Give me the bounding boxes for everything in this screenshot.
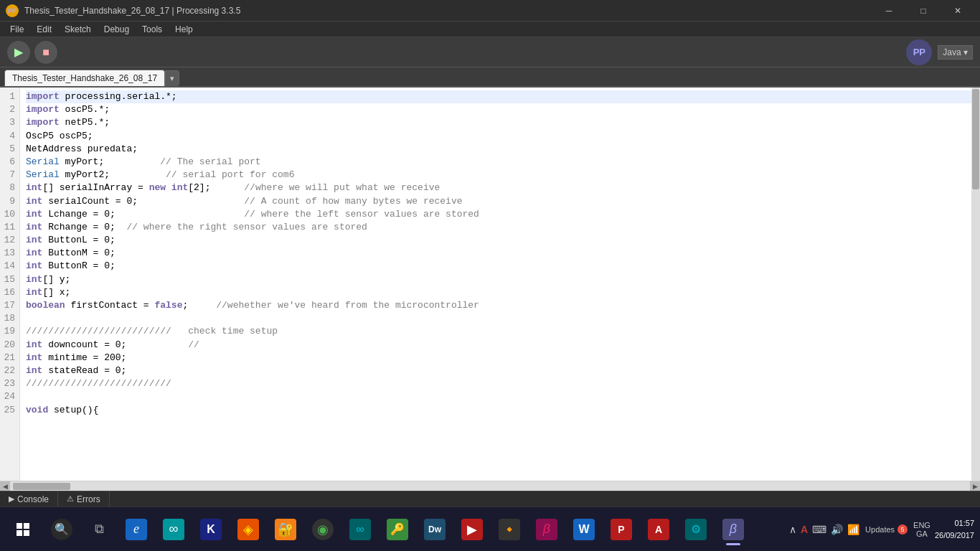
minimize-button[interactable]: ─ [872, 0, 905, 22]
tab-bar: Thesis_Tester_Handshake_26_08_17 ▾ [0, 67, 980, 88]
taskbar-app6[interactable]: 🔐 [268, 512, 303, 547]
line-number: 18 [3, 312, 15, 325]
line-number: 13 [3, 247, 15, 260]
window-title: Thesis_Tester_Handshake_26_08_17 | Proce… [24, 6, 240, 16]
taskbar-app5[interactable]: ◈ [231, 512, 265, 547]
media-icon: ▶ [461, 519, 483, 540]
app5-icon: ◈ [237, 519, 259, 540]
kleopatra-icon: K [200, 519, 222, 540]
clock-area[interactable]: 01:57 26/09/2017 [935, 517, 974, 541]
menu-bar: File Edit Sketch Debug Tools Help [0, 22, 980, 37]
keyboard-tray-icon[interactable]: ⌨ [812, 524, 826, 535]
taskbar-acrobat[interactable]: A [641, 512, 676, 547]
line-number: 4 [3, 130, 15, 143]
taskbar-kleopatra[interactable]: K [194, 512, 228, 547]
taskbar-word[interactable]: W [567, 512, 601, 547]
code-content[interactable]: import processing.serial.*;import oscP5.… [20, 88, 980, 481]
active-tab[interactable]: Thesis_Tester_Handshake_26_08_17 [4, 70, 165, 86]
tab-label: Thesis_Tester_Handshake_26_08_17 [12, 73, 157, 83]
titlebar-left: PP Thesis_Tester_Handshake_26_08_17 | Pr… [6, 4, 240, 17]
dreamweaver-icon: Dw [424, 519, 446, 540]
notification-area[interactable]: Updates 5 [865, 524, 908, 534]
app6-icon: 🔐 [275, 519, 296, 540]
taskbar-vlc[interactable]: 🔸 [492, 512, 527, 547]
maximize-button[interactable]: □ [907, 0, 940, 22]
taskbar-powerpoint[interactable]: P [604, 512, 639, 547]
code-area[interactable]: 1234567891011121314151617181920212223242… [0, 88, 980, 481]
chrome-icon: ◉ [312, 519, 334, 540]
code-line: boolean firstContact = false; //wehether… [26, 299, 974, 312]
taskbar-keepass[interactable]: 🔑 [380, 512, 415, 547]
menu-file[interactable]: File [4, 23, 29, 36]
processing-logo: PP [906, 39, 932, 65]
taskbar-arduino2[interactable]: ∞ [343, 512, 377, 547]
start-button[interactable] [6, 512, 40, 547]
vlc-icon: 🔸 [499, 519, 520, 540]
vertical-scrollbar[interactable] [971, 88, 980, 481]
system-tray: ∧ A ⌨ 🔊 📶 Updates 5 ENGGA 01:57 26/09/20… [789, 517, 974, 541]
code-line: int serialCount = 0; // A count of how m… [26, 195, 974, 208]
line-number: 11 [3, 221, 15, 234]
run-button[interactable]: ▶ [7, 41, 30, 64]
stop-button[interactable]: ■ [34, 41, 57, 64]
network-tray-icon[interactable]: 📶 [847, 524, 859, 535]
taskbar-edge[interactable]: e [119, 512, 154, 547]
code-line: NetAddress puredata; [26, 143, 974, 156]
line-number: 21 [3, 352, 15, 364]
taskbar-arduino[interactable]: ∞ [156, 512, 191, 547]
code-line: int downcount = 0; // [26, 339, 974, 352]
word-icon: W [573, 519, 595, 540]
errors-label: Errors [77, 494, 100, 504]
show-hidden-icon[interactable]: ∧ [789, 524, 796, 535]
tab-dropdown-button[interactable]: ▾ [165, 70, 179, 86]
powerpoint-icon: P [611, 519, 632, 540]
console-label: Console [17, 494, 49, 504]
line-number: 3 [3, 116, 15, 129]
errors-tab[interactable]: ⚠ Errors [58, 491, 110, 507]
app-icon-text: PP [8, 7, 17, 14]
line-number: 20 [3, 339, 15, 352]
taskbar-chrome[interactable]: ◉ [306, 512, 340, 547]
scroll-left-button[interactable]: ◀ [0, 481, 10, 491]
horizontal-scrollbar-thumb[interactable] [13, 483, 70, 490]
task-view-button[interactable]: ⧉ [82, 512, 116, 547]
taskbar-dreamweaver[interactable]: Dw [418, 512, 452, 547]
line-number: 19 [3, 325, 15, 338]
scroll-right-button[interactable]: ▶ [970, 481, 980, 491]
scrollbar-thumb[interactable] [972, 89, 979, 189]
java-label: Java ▾ [943, 47, 968, 57]
taskbar-media[interactable]: ▶ [455, 512, 489, 547]
line-number: 5 [3, 143, 15, 156]
menu-tools[interactable]: Tools [136, 23, 168, 36]
menu-help[interactable]: Help [169, 23, 199, 36]
menu-debug[interactable]: Debug [98, 23, 135, 36]
taskbar-app12[interactable]: β [529, 512, 564, 547]
line-number: 9 [3, 195, 15, 208]
app-icon: PP [6, 4, 19, 17]
sound-tray-icon[interactable]: 🔊 [831, 524, 843, 535]
line-number: 16 [3, 286, 15, 299]
java-mode-selector[interactable]: Java ▾ [938, 45, 973, 60]
menu-edit[interactable]: Edit [31, 23, 57, 36]
code-line: int mintime = 200; [26, 352, 974, 364]
line-number: 23 [3, 377, 15, 390]
horizontal-scrollbar-track[interactable] [10, 481, 970, 491]
line-number: 10 [3, 208, 15, 221]
taskbar-arduino3[interactable]: ⚙ [679, 512, 713, 547]
line-number: 17 [3, 299, 15, 312]
code-line: OscP5 oscP5; [26, 130, 974, 143]
code-line [26, 390, 974, 403]
taskbar-processing[interactable]: β [716, 512, 750, 547]
toolbar-left: ▶ ■ [7, 41, 57, 64]
search-button[interactable]: 🔍 [44, 512, 79, 547]
close-button[interactable]: ✕ [941, 0, 974, 22]
menu-sketch[interactable]: Sketch [59, 23, 97, 36]
antivirus-tray-icon[interactable]: A [801, 524, 808, 535]
code-line: ////////////////////////// check time se… [26, 325, 974, 338]
console-tab[interactable]: ▶ Console [0, 491, 58, 507]
console-icon: ▶ [9, 494, 14, 504]
taskbar: 🔍 ⧉ e ∞ K ◈ 🔐 ◉ ∞ 🔑 Dw ▶ 🔸 β W P [0, 507, 980, 551]
code-line: int stateRead = 0; [26, 364, 974, 377]
acrobat-icon: A [648, 519, 669, 540]
line-number: 15 [3, 273, 15, 286]
